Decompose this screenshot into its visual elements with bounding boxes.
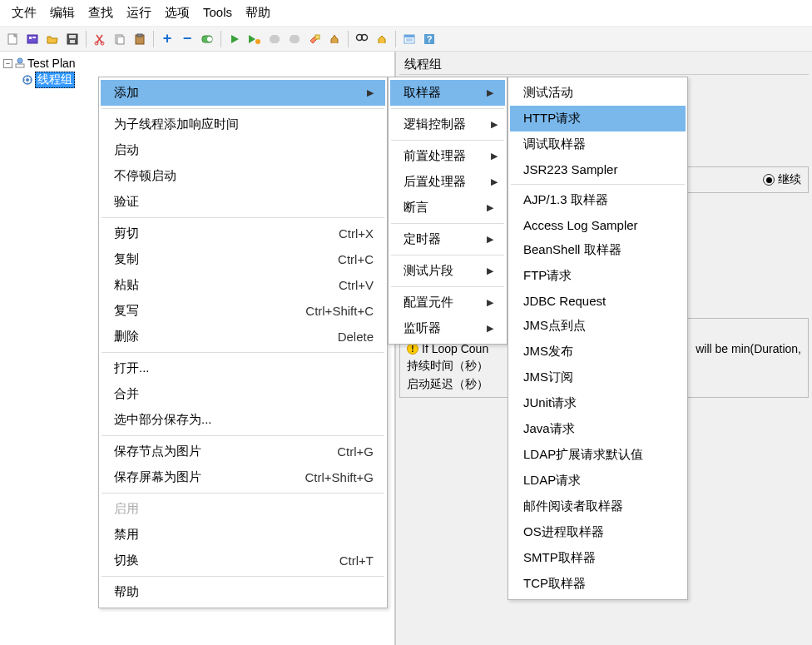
cut-icon[interactable] (91, 30, 109, 48)
panel-title: 线程组 (399, 55, 809, 75)
sampler-item-7[interactable]: BeanShell 取样器 (510, 237, 686, 263)
add-item-6[interactable]: 断言▶ (390, 195, 505, 221)
menubar-item-1[interactable]: 编辑 (45, 3, 80, 22)
expand-icon[interactable]: + (158, 30, 176, 48)
sampler-item-20[interactable]: TCP取样器 (510, 571, 686, 597)
shutdown-icon[interactable] (285, 30, 304, 48)
menu-item-shortcut: Ctrl+T (339, 553, 374, 568)
add-item-2[interactable]: 逻辑控制器▶ (390, 112, 505, 137)
toggle-icon[interactable] (198, 30, 216, 48)
menubar-item-6[interactable]: 帮助 (240, 3, 275, 22)
context-item-14[interactable]: 合并 (101, 381, 385, 407)
svg-point-25 (26, 78, 29, 82)
reset-search-icon[interactable] (373, 30, 391, 48)
context-item-10[interactable]: 复写Ctrl+Shift+C (101, 298, 385, 324)
sampler-item-11[interactable]: JMS发布 (510, 339, 686, 365)
sampler-item-1[interactable]: HTTP请求 (510, 106, 686, 131)
menubar-item-5[interactable]: Tools (198, 3, 237, 22)
add-item-12[interactable]: 配置元件▶ (390, 290, 505, 315)
new-file-icon[interactable] (3, 30, 22, 48)
context-item-24[interactable]: 帮助 (101, 579, 385, 605)
sampler-item-2[interactable]: 调试取样器 (510, 131, 686, 157)
context-item-7[interactable]: 剪切Ctrl+X (101, 221, 385, 246)
menubar-item-2[interactable]: 查找 (83, 3, 118, 22)
context-item-17[interactable]: 保存节点为图片Ctrl+G (101, 439, 385, 464)
sampler-item-12[interactable]: JMS订阅 (510, 365, 686, 390)
sampler-item-16[interactable]: LDAP请求 (510, 468, 686, 494)
context-item-11[interactable]: 删除Delete (101, 324, 385, 350)
sampler-item-0[interactable]: 测试活动 (510, 80, 686, 106)
add-item-5[interactable]: 后置处理器▶ (390, 169, 505, 195)
add-item-4[interactable]: 前置处理器▶ (390, 143, 505, 169)
sampler-item-5[interactable]: AJP/1.3 取样器 (510, 187, 686, 213)
menu-item-shortcut: Ctrl+Shift+C (305, 304, 374, 318)
add-item-13[interactable]: 监听器▶ (390, 315, 505, 341)
context-menu[interactable]: 添加▶为子线程添加响应时间启动不停顿启动验证剪切Ctrl+X复制Ctrl+C粘贴… (98, 77, 388, 608)
help-icon[interactable]: ? (420, 30, 438, 48)
context-item-3[interactable]: 启动 (101, 137, 385, 163)
context-item-8[interactable]: 复制Ctrl+C (101, 246, 385, 272)
svg-point-15 (255, 39, 260, 44)
context-item-13[interactable]: 打开... (101, 355, 385, 381)
menu-item-label: JMS订阅 (523, 370, 573, 385)
tree-collapse-icon[interactable]: − (3, 59, 12, 68)
sampler-item-9[interactable]: JDBC Request (510, 289, 686, 313)
menubar-item-3[interactable]: 运行 (121, 3, 156, 22)
context-item-22[interactable]: 切换Ctrl+T (101, 548, 385, 573)
sampler-item-18[interactable]: OS进程取样器 (510, 519, 686, 545)
tree-root-row[interactable]: − Test Plan (3, 55, 394, 72)
sampler-item-15[interactable]: LDAP扩展请求默认值 (510, 442, 686, 468)
menu-item-label: 前置处理器 (404, 148, 466, 164)
context-item-15[interactable]: 选中部分保存为... (101, 407, 385, 433)
context-item-9[interactable]: 粘贴Ctrl+V (101, 272, 385, 298)
start-no-pause-icon[interactable] (245, 30, 264, 48)
clear-icon[interactable] (305, 30, 324, 48)
sampler-item-8[interactable]: FTP请求 (510, 263, 686, 289)
menubar-item-4[interactable]: 选项 (160, 3, 195, 22)
stop-icon[interactable] (265, 30, 284, 48)
context-item-0[interactable]: 添加▶ (101, 80, 385, 106)
svg-rect-1 (27, 35, 37, 43)
copy-icon[interactable] (111, 30, 129, 48)
menu-item-label: 验证 (114, 194, 139, 210)
collapse-icon[interactable]: − (178, 30, 196, 48)
menu-item-label: 合并 (114, 386, 139, 402)
clear-all-icon[interactable] (325, 30, 344, 48)
sampler-item-17[interactable]: 邮件阅读者取样器 (510, 494, 686, 519)
start-icon[interactable] (225, 30, 244, 48)
add-submenu[interactable]: 取样器▶逻辑控制器▶前置处理器▶后置处理器▶断言▶定时器▶测试片段▶配置元件▶监… (388, 77, 508, 345)
tree-root-label[interactable]: Test Plan (27, 57, 76, 70)
templates-icon[interactable] (23, 30, 42, 48)
threadgroup-icon (22, 74, 33, 86)
menu-item-label: 测试片段 (404, 263, 453, 279)
sampler-item-3[interactable]: JSR223 Sampler (510, 157, 686, 181)
sampler-item-13[interactable]: JUnit请求 (510, 390, 686, 416)
context-item-5[interactable]: 验证 (101, 189, 385, 215)
sampler-submenu[interactable]: 测试活动HTTP请求调试取样器JSR223 SamplerAJP/1.3 取样器… (508, 77, 688, 600)
add-item-0[interactable]: 取样器▶ (390, 80, 505, 106)
paste-icon[interactable] (131, 30, 149, 48)
menu-item-label: 取样器 (404, 85, 441, 101)
duration-label: 持续时间（秒） (407, 359, 488, 372)
function-helper-icon[interactable] (400, 30, 418, 48)
tree-child-label[interactable]: 线程组 (35, 72, 75, 88)
search-icon[interactable] (353, 30, 371, 48)
open-icon[interactable] (43, 30, 62, 48)
sampler-item-6[interactable]: Access Log Sampler (510, 213, 686, 237)
menubar-item-0[interactable]: 文件 (7, 3, 42, 22)
add-item-10[interactable]: 测试片段▶ (390, 258, 505, 284)
context-item-18[interactable]: 保存屏幕为图片Ctrl+Shift+G (101, 464, 385, 490)
menu-item-shortcut: Ctrl+Shift+G (304, 470, 374, 484)
sampler-item-19[interactable]: SMTP取样器 (510, 545, 686, 571)
context-item-21[interactable]: 禁用 (101, 522, 385, 548)
svg-point-14 (207, 37, 212, 42)
sampler-item-10[interactable]: JMS点到点 (510, 313, 686, 339)
context-item-4[interactable]: 不停顿启动 (101, 163, 385, 189)
menu-item-label: AJP/1.3 取样器 (523, 192, 608, 208)
menubar: 文件编辑查找运行选项Tools帮助 (0, 0, 812, 27)
save-icon[interactable] (63, 30, 82, 48)
add-item-8[interactable]: 定时器▶ (390, 226, 505, 252)
sampler-item-14[interactable]: Java请求 (510, 416, 686, 442)
svg-rect-10 (117, 37, 124, 44)
context-item-2[interactable]: 为子线程添加响应时间 (101, 112, 385, 137)
